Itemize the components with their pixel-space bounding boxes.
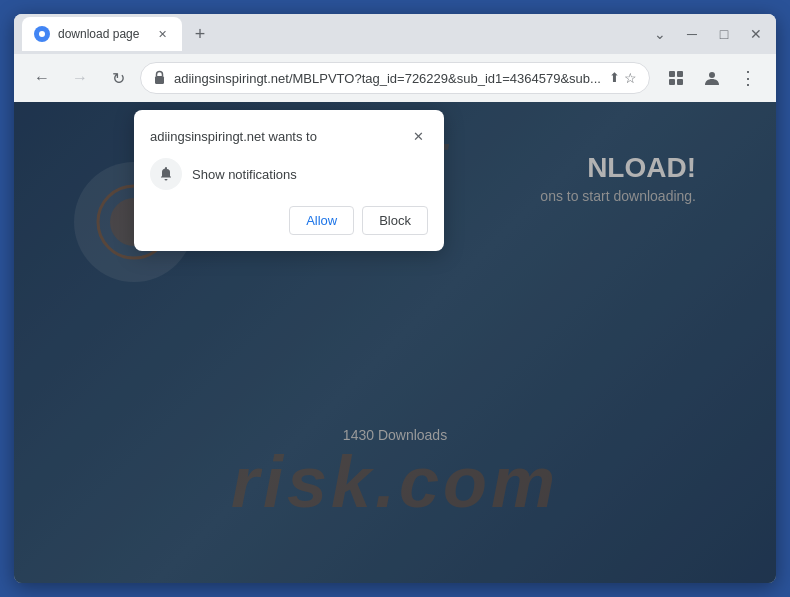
- nav-bar: ← → ↻ adiingsinspiringt.net/MBLPVTO?tag_…: [14, 54, 776, 102]
- toolbar-icons: ⋮: [660, 62, 764, 94]
- bookmark-icon[interactable]: ☆: [624, 70, 637, 86]
- bell-icon: [150, 158, 182, 190]
- block-button[interactable]: Block: [362, 206, 428, 235]
- svg-rect-4: [677, 71, 683, 77]
- tab-bar: download page ✕ +: [22, 17, 642, 51]
- share-icon[interactable]: ⬆: [609, 70, 620, 86]
- address-bar[interactable]: adiingsinspiringt.net/MBLPVTO?tag_id=726…: [140, 62, 650, 94]
- tab-title: download page: [58, 27, 146, 41]
- popup-close-button[interactable]: ✕: [408, 126, 428, 146]
- page-content: LPT NLOAD! ons to start downloading.: [14, 102, 776, 583]
- reload-button[interactable]: ↻: [102, 62, 134, 94]
- popup-actions: Allow Block: [150, 206, 428, 235]
- svg-point-7: [709, 72, 715, 78]
- popup-header: adiingsinspiringt.net wants to ✕: [150, 126, 428, 146]
- popup-permission-row: Show notifications: [150, 158, 428, 190]
- forward-button[interactable]: →: [64, 62, 96, 94]
- chevron-icon[interactable]: ⌄: [648, 22, 672, 46]
- svg-rect-5: [669, 79, 675, 85]
- tab-close-button[interactable]: ✕: [154, 26, 170, 42]
- menu-icon[interactable]: ⋮: [732, 62, 764, 94]
- active-tab[interactable]: download page ✕: [22, 17, 182, 51]
- permission-text: Show notifications: [192, 167, 297, 182]
- back-button[interactable]: ←: [26, 62, 58, 94]
- svg-rect-2: [155, 76, 164, 84]
- lock-icon: [153, 70, 166, 87]
- title-bar: download page ✕ + ⌄ ─ □ ✕: [14, 14, 776, 54]
- popup-title: adiingsinspiringt.net wants to: [150, 129, 317, 144]
- new-tab-button[interactable]: +: [186, 20, 214, 48]
- minimize-button[interactable]: ─: [680, 22, 704, 46]
- address-bar-icons: ⬆ ☆: [609, 70, 637, 86]
- allow-button[interactable]: Allow: [289, 206, 354, 235]
- extensions-icon[interactable]: [660, 62, 692, 94]
- svg-rect-6: [677, 79, 683, 85]
- window-controls: ⌄ ─ □ ✕: [648, 22, 768, 46]
- profile-icon[interactable]: [696, 62, 728, 94]
- tab-favicon: [34, 26, 50, 42]
- browser-window: download page ✕ + ⌄ ─ □ ✕ ← → ↻ adiingsi…: [14, 14, 776, 583]
- url-text: adiingsinspiringt.net/MBLPVTO?tag_id=726…: [174, 71, 601, 86]
- close-button[interactable]: ✕: [744, 22, 768, 46]
- notification-popup: adiingsinspiringt.net wants to ✕ Show no…: [134, 110, 444, 251]
- maximize-button[interactable]: □: [712, 22, 736, 46]
- svg-point-1: [39, 31, 45, 37]
- svg-rect-3: [669, 71, 675, 77]
